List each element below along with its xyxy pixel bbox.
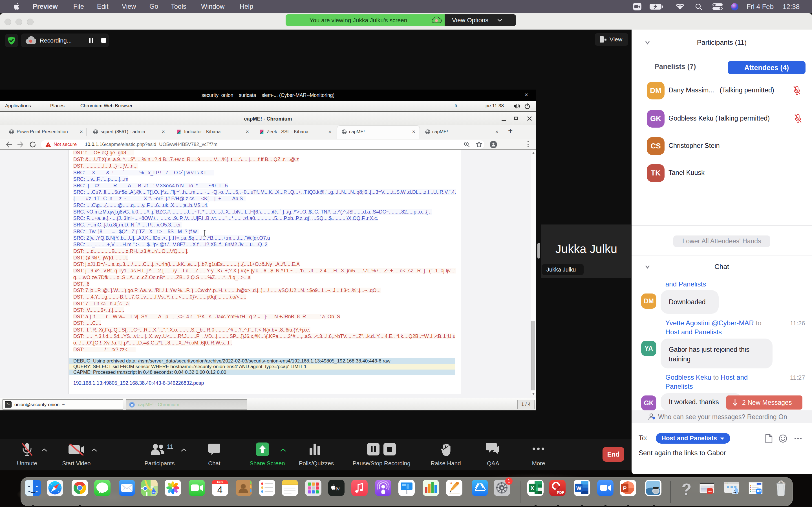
svg-text:PDF: PDF	[708, 490, 712, 493]
svg-text:280: 280	[152, 491, 156, 494]
svg-text:tv: tv	[336, 486, 340, 492]
svg-text:“: “	[449, 481, 452, 487]
svg-text:4: 4	[217, 484, 223, 495]
svg-text:FEB: FEB	[217, 481, 223, 484]
svg-text:X: X	[530, 485, 534, 491]
svg-text:P: P	[623, 485, 627, 491]
svg-text:PDF: PDF	[557, 490, 564, 495]
svg-text:W: W	[576, 485, 581, 491]
